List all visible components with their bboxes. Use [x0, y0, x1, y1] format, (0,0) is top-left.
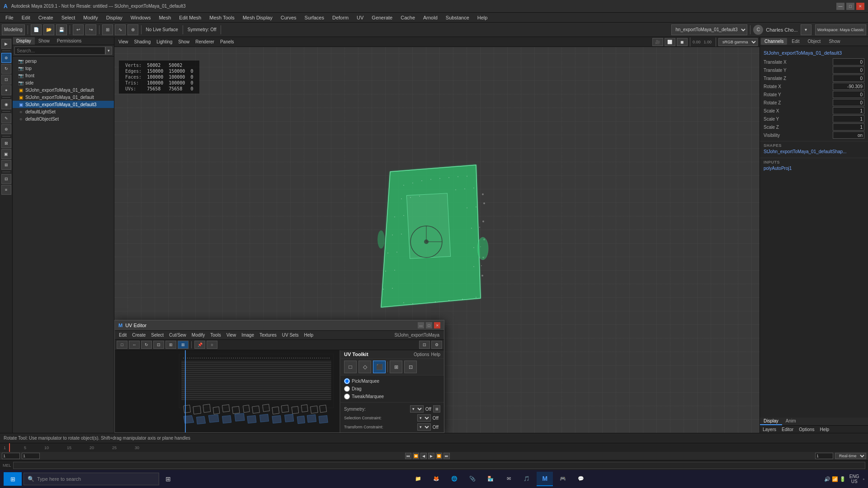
go-start-btn[interactable]: ⏮: [405, 453, 411, 459]
uv-tool-btn[interactable]: ⊠: [1, 138, 11, 148]
end-frame-input[interactable]: [815, 453, 833, 459]
scale-x-input[interactable]: [833, 107, 864, 114]
close-button[interactable]: ✕: [856, 3, 864, 10]
timeline-ruler[interactable]: 1 5 10 15 20 25 30: [0, 443, 868, 452]
minimize-button[interactable]: —: [836, 3, 844, 10]
uv-unpin-btn[interactable]: ○: [207, 341, 217, 349]
windows-start-btn[interactable]: ⊞: [4, 472, 22, 486]
viewport-3d[interactable]: RRCG 人人素材 RRCG 人人素材 Verts: 50002 50002 E…: [114, 47, 760, 433]
uv-fit-btn[interactable]: ⊡: [419, 341, 430, 349]
step-back-btn[interactable]: ⏪: [413, 453, 419, 459]
menu-modify[interactable]: Modify: [80, 14, 101, 21]
display-tab[interactable]: Display: [13, 37, 35, 45]
uv-move-btn[interactable]: ↔: [129, 341, 140, 349]
open-btn[interactable]: 📂: [43, 24, 54, 35]
menu-mesh-display[interactable]: Mesh Display: [239, 14, 276, 21]
vp-menu-shading[interactable]: Shading: [132, 39, 153, 45]
snap-curve-btn[interactable]: ∿: [115, 24, 126, 35]
menu-help[interactable]: Help: [474, 14, 491, 21]
perms-tab[interactable]: Permissions: [53, 37, 85, 45]
play-back-btn[interactable]: ◀: [420, 453, 427, 459]
paint-tool-btn[interactable]: ✎: [1, 113, 11, 123]
uv-minimize-btn[interactable]: —: [418, 322, 424, 328]
editor-menu-item[interactable]: Editor: [779, 426, 796, 433]
uv-close-btn[interactable]: ✕: [434, 322, 440, 328]
outliner-item-stjohn3[interactable]: ▣ StJohn_exportToMaya_01_default3: [13, 101, 114, 108]
search-options-btn[interactable]: ▾: [105, 47, 112, 55]
uv-transform-constraint-dropdown[interactable]: ▾: [417, 423, 431, 431]
taskbar-app-music[interactable]: 🎵: [519, 472, 535, 486]
select-tool-btn[interactable]: ▶: [1, 39, 11, 49]
uv-toolkit-help[interactable]: Help: [431, 352, 440, 357]
translate-x-input[interactable]: [833, 58, 864, 66]
menu-mesh[interactable]: Mesh: [155, 14, 175, 21]
uv-scale-btn[interactable]: ⊡: [153, 341, 164, 349]
maximize-button[interactable]: □: [846, 3, 854, 10]
taskbar-app-maya[interactable]: M: [537, 472, 553, 486]
new-file-btn[interactable]: 📄: [31, 24, 42, 35]
display-bottom-tab[interactable]: Display: [760, 418, 782, 425]
menu-select[interactable]: Select: [58, 14, 79, 21]
vp-menu-show[interactable]: Show: [176, 39, 192, 45]
taskbar-app-store[interactable]: 🏪: [482, 472, 499, 486]
menu-file[interactable]: File: [2, 14, 17, 21]
show-tab[interactable]: Show: [35, 37, 53, 45]
menu-curves[interactable]: Curves: [277, 14, 300, 21]
uv-pin-btn[interactable]: 📌: [194, 341, 205, 349]
menu-generate[interactable]: Generate: [368, 14, 396, 21]
task-view-btn[interactable]: ⊞: [161, 472, 175, 486]
outliner-item-lightset[interactable]: ○ defaultLightSet: [13, 108, 114, 115]
menu-edit[interactable]: Edit: [18, 14, 34, 21]
uv-symmetry-toggle-btn[interactable]: ⊞: [433, 405, 440, 413]
vp-menu-lighting[interactable]: Lighting: [154, 39, 175, 45]
outliner-item-side[interactable]: 📷 side: [13, 79, 114, 86]
anim-bottom-tab[interactable]: Anim: [782, 418, 800, 425]
taskbar-app-notes[interactable]: 📎: [464, 472, 481, 486]
rotate-tool-btn[interactable]: ↻: [1, 64, 11, 74]
menu-uv[interactable]: UV: [353, 14, 367, 21]
shapes-name[interactable]: StJohn_exportToMaya_01_defaultShap...: [764, 149, 864, 154]
uv-maximize-btn[interactable]: □: [426, 322, 432, 328]
uv-menu-tools[interactable]: Tools: [208, 332, 223, 338]
menu-windows[interactable]: Windows: [127, 14, 155, 21]
redo-btn[interactable]: ↪: [85, 24, 96, 35]
translate-y-input[interactable]: [833, 66, 864, 74]
vp-menu-renderer[interactable]: Renderer: [193, 39, 217, 45]
help-menu-item[interactable]: Help: [817, 426, 832, 433]
go-end-btn[interactable]: ⏭: [443, 453, 450, 459]
vp-menu-view[interactable]: View: [116, 39, 131, 45]
uv-menu-view[interactable]: View: [224, 332, 239, 338]
edit-tab[interactable]: Edit: [788, 38, 803, 45]
menu-arnold[interactable]: Arnold: [420, 14, 441, 21]
channels-tab[interactable]: Channels: [761, 38, 787, 45]
soft-select-btn[interactable]: ◉: [1, 99, 11, 109]
snap-grid-btn[interactable]: ⊞: [102, 24, 113, 35]
uv-toolkit-options[interactable]: Options: [414, 352, 429, 357]
menu-cache[interactable]: Cache: [397, 14, 419, 21]
visibility-input[interactable]: [833, 131, 864, 139]
uv-sel-constraint-dropdown[interactable]: ▾: [417, 414, 431, 422]
uv-editor-titlebar[interactable]: M UV Editor — □ ✕: [115, 320, 444, 331]
menu-deform[interactable]: Deform: [329, 14, 352, 21]
layers-menu-item[interactable]: Layers: [760, 426, 779, 433]
outliner-item-stjohn1[interactable]: ▣ StJohn_exportToMaya_01_default: [13, 86, 114, 94]
uv-stitch-btn[interactable]: ⊞: [165, 341, 176, 349]
uv-menu-select[interactable]: Select: [149, 332, 166, 338]
play-fwd-btn[interactable]: ▶: [428, 453, 434, 459]
taskbar-search-bar[interactable]: 🔍 Type here to search: [24, 473, 159, 485]
uv-drag-radio[interactable]: [344, 386, 350, 392]
uv-vert-select-btn[interactable]: ⊞: [390, 361, 402, 373]
uv-tweak-radio[interactable]: [344, 394, 350, 399]
taskbar-app-explorer[interactable]: 📁: [410, 472, 426, 486]
user-settings-btn[interactable]: ▾: [801, 24, 811, 35]
outliner-search-input[interactable]: [14, 47, 105, 55]
vp-display-btn[interactable]: ⬜: [665, 38, 675, 46]
uv-menu-modify[interactable]: Modify: [189, 332, 207, 338]
object-tab[interactable]: Object: [804, 38, 825, 45]
taskbar-app-extra2[interactable]: 💬: [573, 472, 589, 486]
layout-btn[interactable]: ⊞: [1, 160, 11, 170]
menu-display[interactable]: Display: [103, 14, 126, 21]
uv-menu-textures[interactable]: Textures: [257, 332, 279, 338]
uv-face-select-btn[interactable]: ⊡: [404, 361, 417, 373]
undo-btn[interactable]: ↩: [73, 24, 84, 35]
